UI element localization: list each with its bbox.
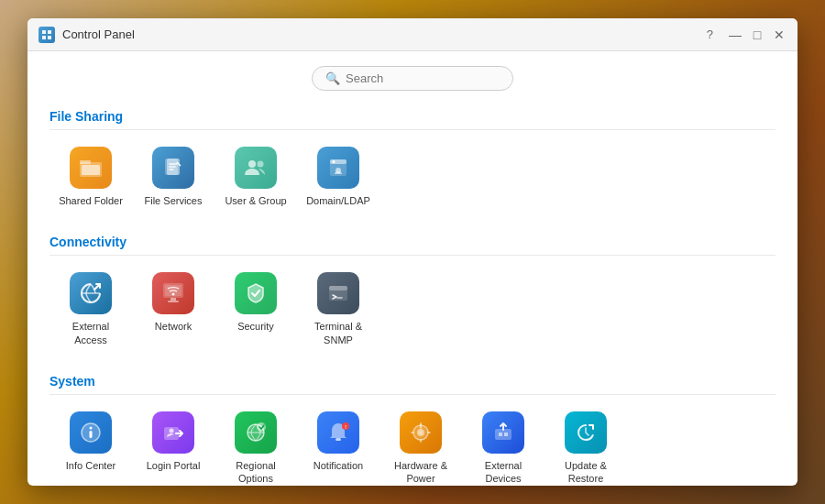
svg-point-20: [172, 293, 175, 296]
domain-ldap-icon: [317, 147, 359, 189]
item-label-regional-options: Regional Options: [220, 459, 292, 486]
window-controls: ? — □ ✕: [707, 27, 786, 42]
search-input[interactable]: [346, 71, 500, 85]
section-grid-system: Info Center Login Portal Regional Option…: [50, 402, 776, 486]
item-file-services[interactable]: File Services: [132, 137, 214, 216]
svg-rect-18: [170, 298, 176, 301]
regional-icon: [235, 411, 277, 454]
search-icon: 🔍: [325, 71, 340, 85]
item-update-restore[interactable]: Update & Restore: [544, 402, 627, 486]
external-access-icon: [70, 272, 112, 314]
svg-rect-2: [42, 36, 46, 39]
svg-point-29: [170, 428, 174, 433]
svg-rect-0: [42, 30, 46, 34]
item-security[interactable]: Security: [214, 263, 297, 356]
content-area: 🔍 File Sharing Shared Folder File Servic…: [28, 51, 798, 486]
svg-rect-27: [90, 431, 93, 438]
login-portal-icon: [152, 411, 194, 454]
svg-point-38: [419, 431, 423, 434]
section-header-connectivity: Connectivity: [50, 235, 776, 256]
item-label-external-access: External Access: [55, 320, 126, 346]
help-button[interactable]: ?: [707, 27, 713, 41]
shared-folder-icon: [70, 147, 112, 189]
section-header-file-sharing: File Sharing: [50, 109, 776, 130]
item-label-user-group: User & Group: [225, 194, 286, 207]
control-panel-window: Control Panel ? — □ ✕ 🔍 File Sharing Sha…: [28, 18, 798, 486]
item-label-hardware-power: Hardware & Power: [385, 459, 456, 486]
item-notification[interactable]: ! Notification: [297, 402, 380, 486]
close-button[interactable]: ✕: [772, 27, 786, 42]
item-external-devices[interactable]: External Devices: [462, 402, 544, 486]
restore-button[interactable]: □: [750, 27, 764, 42]
item-hardware-power[interactable]: Hardware & Power: [380, 402, 462, 486]
search-input-wrap[interactable]: 🔍: [312, 66, 513, 91]
item-login-portal[interactable]: Login Portal: [132, 402, 214, 486]
svg-rect-22: [329, 286, 347, 290]
network-icon: [152, 272, 194, 314]
item-label-update-restore: Update & Restore: [550, 459, 622, 486]
item-label-network: Network: [155, 320, 192, 333]
user-group-icon: [235, 147, 277, 189]
item-label-login-portal: Login Portal: [147, 459, 201, 472]
svg-rect-33: [336, 438, 341, 441]
svg-rect-41: [504, 433, 508, 436]
item-user-group[interactable]: User & Group: [214, 137, 297, 216]
svg-rect-40: [499, 433, 502, 436]
item-network[interactable]: Network: [132, 263, 214, 356]
terminal-icon: [317, 272, 359, 314]
item-regional-options[interactable]: Regional Options: [214, 402, 297, 486]
item-label-info-center: Info Center: [66, 459, 116, 472]
item-terminal-snmp[interactable]: Terminal & SNMP: [297, 263, 380, 356]
svg-rect-5: [80, 160, 91, 164]
section-connectivity: Connectivity External Access Network Sec…: [50, 235, 776, 356]
file-services-icon: [152, 147, 194, 189]
hardware-icon: [400, 411, 442, 454]
item-label-security: Security: [237, 320, 274, 333]
item-info-center[interactable]: Info Center: [50, 402, 132, 486]
svg-rect-19: [168, 301, 179, 302]
item-label-shared-folder: Shared Folder: [59, 194, 123, 207]
svg-point-32: [257, 422, 266, 432]
item-external-access[interactable]: External Access: [50, 263, 132, 356]
svg-rect-3: [48, 36, 51, 39]
search-bar: 🔍: [50, 66, 776, 91]
security-icon: [235, 272, 277, 314]
titlebar: Control Panel ? — □ ✕: [28, 18, 798, 51]
item-label-file-services: File Services: [145, 194, 203, 207]
section-grid-file-sharing: Shared Folder File Services User & Group…: [50, 137, 776, 216]
svg-point-10: [258, 161, 264, 168]
svg-rect-6: [82, 165, 100, 175]
item-domain-ldap[interactable]: Domain/LDAP: [297, 137, 380, 216]
item-label-terminal-snmp: Terminal & SNMP: [302, 320, 374, 346]
item-shared-folder[interactable]: Shared Folder: [50, 137, 132, 216]
sections-container: File Sharing Shared Folder File Services…: [50, 109, 776, 486]
info-center-icon: [70, 411, 112, 454]
section-grid-connectivity: External Access Network Security Termina…: [50, 263, 776, 356]
svg-point-26: [90, 426, 93, 429]
external-devices-icon: [482, 411, 524, 454]
section-system: System Info Center Login Portal Regional…: [50, 374, 776, 486]
item-label-external-devices: External Devices: [468, 459, 539, 486]
svg-rect-1: [48, 30, 51, 34]
notification-icon: !: [317, 411, 359, 454]
item-label-domain-ldap: Domain/LDAP: [306, 194, 370, 207]
window-title: Control Panel: [62, 27, 707, 41]
section-header-system: System: [50, 374, 776, 395]
app-icon: [38, 27, 55, 43]
svg-point-13: [333, 160, 336, 163]
svg-point-9: [248, 160, 256, 168]
item-label-notification: Notification: [314, 459, 363, 472]
section-file-sharing: File Sharing Shared Folder File Services…: [50, 109, 776, 216]
update-icon: [565, 411, 607, 454]
minimize-button[interactable]: —: [728, 27, 742, 42]
